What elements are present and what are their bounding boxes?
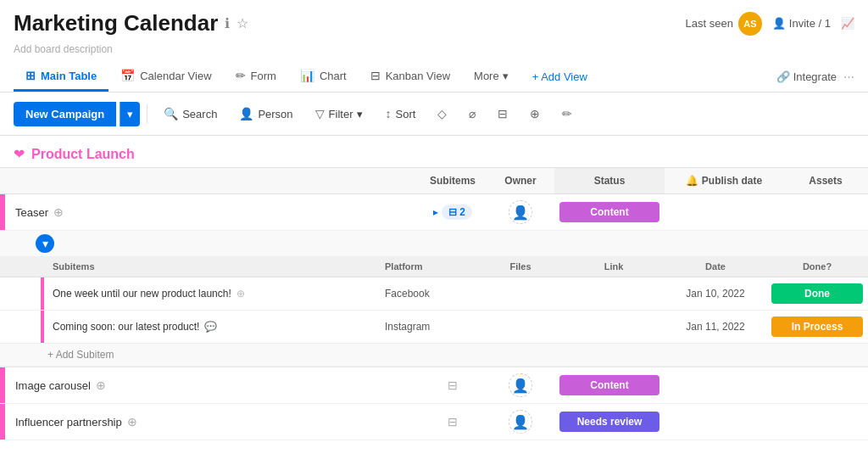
collapse-button[interactable]: ⌀ [459,101,485,126]
subitem-link [563,322,665,332]
col-header-publish-date: 🔔 Publish date [665,168,783,193]
chart-icon: 📊 [300,69,314,82]
owner-avatar[interactable]: 👤 [509,200,532,224]
person-icon: 👤 [772,17,786,30]
bell-icon: 🔔 [686,175,698,187]
board-description[interactable]: Add board description [14,43,854,55]
collapse-icon: ⌀ [469,107,476,120]
sort-icon: ↕ [385,107,391,120]
add-view-button[interactable]: + Add View [520,64,599,90]
add-row-icon[interactable]: ⊕ [96,378,106,392]
group-toggle-icon[interactable]: ❤ [14,146,25,162]
add-subitem-button[interactable]: + Add Subitem [0,344,868,367]
header: Marketing Calendar ℹ ☆ Last seen AS 👤 In… [0,0,868,92]
row-assets [783,418,868,425]
tab-chart[interactable]: 📊 Chart [288,62,359,92]
row-owner: 👤 [487,197,554,227]
add-row-icon[interactable]: ⊕ [127,415,137,429]
row-publish-date [665,418,783,425]
toolbar: New Campaign ▾ 🔍 Search 👤 Person ▽ Filte… [0,92,868,136]
owner-avatar[interactable]: 👤 [509,410,532,434]
expand-toggle-button[interactable]: ▾ [36,234,54,253]
autofit-button[interactable]: ⊕ [520,101,549,126]
row-status[interactable]: Content [554,199,665,226]
subitem-files [478,289,563,299]
filter-button[interactable]: ▽ Filter ▾ [306,101,373,126]
row-assets [783,382,868,389]
subitems-icon: ⊟ [448,415,458,429]
row-status[interactable]: Content [554,372,665,399]
integrate-button[interactable]: 🔗 Integrate [776,70,837,83]
column-headers: Subitems Owner Status 🔔 Publish date Ass… [0,167,868,194]
person-filter-button[interactable]: 👤 Person [230,101,302,126]
status-badge: Needs review [559,412,659,432]
subitem-done[interactable]: Done [766,280,868,307]
group-header: ❤ Product Launch [0,136,868,167]
comment-icon[interactable]: 💬 [204,321,217,333]
subitem-row: One week until our new product launch! ⊕… [0,277,868,311]
row-status[interactable]: Needs review [554,408,665,435]
col-header-subitems: Subitems [419,168,487,193]
search-button[interactable]: 🔍 Search [154,101,226,126]
form-icon: ✏ [236,69,246,82]
hide-icon: ◇ [437,107,447,120]
sort-button[interactable]: ↕ Sort [376,101,425,126]
column-width-button[interactable]: ⊟ [488,101,517,126]
app-container: Marketing Calendar ℹ ☆ Last seen AS 👤 In… [0,0,868,465]
toolbar-separator [147,104,147,123]
col-header-owner: Owner [487,168,554,193]
kanban-icon: ⊟ [370,69,381,82]
subitem-files [478,322,563,332]
new-campaign-button[interactable]: New Campaign [14,102,116,126]
expand-arrow-icon: ▸ [433,206,438,218]
row-subitems[interactable]: ⊟ [419,375,487,395]
add-subitem-icon[interactable]: ⊕ [236,288,245,300]
table-row: Image carousel ⊕ ⊟ 👤 Content [0,367,868,404]
invite-button[interactable]: 👤 Invite / 1 [772,17,831,30]
tab-main-table[interactable]: ⊞ Main Table [14,62,108,92]
info-icon[interactable]: ℹ [225,15,230,31]
sub-col-header-date: Date [665,256,766,277]
subitem-column-headers: Subitems Platform Files Link Date Done? [0,256,868,277]
col-header-status: Status [554,168,665,193]
row-name: Image carousel ⊕ [5,372,419,399]
subitem-date: Jan 10, 2022 [665,283,766,305]
table-row: Teaser ⊕ ▸ ⊟ 2 👤 Content [0,194,868,231]
tab-kanban-view[interactable]: ⊟ Kanban View [359,62,462,92]
autofit-icon: ⊕ [530,107,540,120]
table-icon: ⊞ [25,69,36,82]
subitems-icon: ⊟ [448,206,457,218]
row-subitems[interactable]: ⊟ [419,412,487,432]
chevron-down-icon: ▾ [503,70,509,82]
main-content: ❤ Product Launch Subitems Owner Status 🔔… [0,136,868,465]
tab-more[interactable]: More ▾ [462,63,520,92]
sub-col-header-platform: Platform [376,256,478,277]
subitem-name: Coming soon: our latest product! 💬 [44,316,376,338]
sub-col-header-name: Subitems [44,256,376,277]
new-campaign-caret[interactable]: ▾ [120,102,140,126]
header-right: Last seen AS 👤 Invite / 1 📈 [685,12,854,36]
tab-calendar-view[interactable]: 📅 Calendar View [108,62,223,92]
search-icon: 🔍 [164,107,178,120]
owner-avatar[interactable]: 👤 [509,373,532,397]
subitems-icon: ⊟ [448,378,458,392]
row-subitems[interactable]: ▸ ⊟ 2 [419,201,487,223]
more-options-icon[interactable]: ⋯ [843,70,854,83]
row-publish-date [665,209,783,216]
page-title: Marketing Calendar [14,10,218,36]
col-header-assets: Assets [783,168,868,193]
add-row-icon[interactable]: ⊕ [53,205,64,219]
tab-form[interactable]: ✏ Form [224,62,288,92]
filter-chevron-icon: ▾ [357,108,363,120]
star-icon[interactable]: ☆ [236,15,248,31]
row-owner: 👤 [487,406,554,437]
subitem-done[interactable]: In Process [766,313,868,340]
column-icon: ⊟ [498,107,508,120]
row-publish-date [665,382,783,389]
last-seen: Last seen AS [685,12,761,36]
subitem-badge: ⊟ 2 [442,204,472,220]
trend-icon: 📈 [841,17,854,30]
row-name: Teaser ⊕ [5,199,419,226]
apps-button[interactable]: ✏ [553,101,581,126]
hide-button[interactable]: ◇ [428,101,456,126]
